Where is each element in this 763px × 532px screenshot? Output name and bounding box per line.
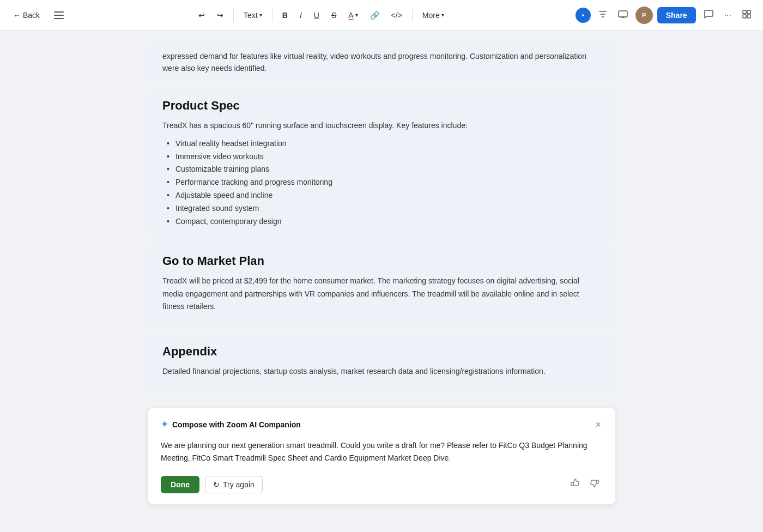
svg-rect-7 bbox=[747, 15, 750, 18]
list-item: Performance tracking and progress monito… bbox=[167, 176, 601, 189]
more-menu-button[interactable]: More ▾ bbox=[418, 8, 449, 23]
screen-share-icon bbox=[618, 10, 628, 20]
italic-button[interactable]: I bbox=[295, 8, 306, 23]
text-chevron-icon: ▾ bbox=[259, 12, 262, 18]
more-options-button[interactable]: ··· bbox=[721, 7, 735, 23]
thumbs-up-icon bbox=[570, 480, 580, 491]
ai-compose-header: ✦ Compose with Zoom AI Companion × bbox=[161, 419, 602, 431]
bold-button[interactable]: B bbox=[278, 8, 292, 23]
screen-share-button[interactable] bbox=[615, 7, 631, 23]
product-spec-block: Product Spec TreadX has a spacious 60" r… bbox=[147, 88, 616, 239]
share-label: Share bbox=[666, 11, 687, 20]
dot-symbol: • bbox=[582, 11, 584, 19]
product-spec-features-list: Virtual reality headset integration Imme… bbox=[162, 137, 601, 228]
appendix-title: Appendix bbox=[162, 344, 601, 359]
text-menu-label: Text bbox=[244, 11, 258, 20]
svg-rect-9 bbox=[596, 480, 598, 483]
list-item: Immersive video workouts bbox=[167, 150, 601, 164]
thumbs-up-button[interactable] bbox=[567, 475, 583, 493]
underline-button[interactable]: U bbox=[310, 8, 324, 23]
grid-view-button[interactable] bbox=[739, 7, 754, 24]
product-spec-description: TreadX has a spacious 60" running surfac… bbox=[162, 119, 601, 132]
appendix-block: Appendix Detailed financial projections,… bbox=[147, 334, 616, 394]
svg-rect-4 bbox=[743, 10, 746, 14]
strikethrough-label: S bbox=[331, 11, 336, 20]
ai-compose-actions: Done ↻ Try again bbox=[161, 475, 602, 493]
back-label: Back bbox=[23, 11, 40, 20]
go-to-market-block: Go to Market Plan TreadX will be priced … bbox=[147, 243, 616, 329]
document-container: expressed demand for features like virtu… bbox=[147, 41, 616, 510]
share-button[interactable]: Share bbox=[657, 7, 696, 23]
svg-rect-0 bbox=[54, 11, 64, 13]
divider-1 bbox=[233, 9, 234, 22]
ai-compose-widget: ✦ Compose with Zoom AI Companion × We ar… bbox=[147, 407, 616, 505]
ai-compose-prompt: We are planning our next generation smar… bbox=[161, 439, 602, 464]
user-avatar[interactable]: P bbox=[635, 7, 653, 24]
intro-block: expressed demand for features like virtu… bbox=[147, 41, 616, 83]
link-icon: 🔗 bbox=[370, 11, 379, 20]
done-label: Done bbox=[171, 480, 190, 489]
redo-icon: ↪ bbox=[217, 11, 223, 20]
list-item: Customizable training plans bbox=[167, 163, 601, 176]
svg-rect-1 bbox=[54, 15, 64, 16]
underline-label: U bbox=[314, 11, 319, 20]
ai-sparkle-icon: ✦ bbox=[161, 419, 168, 430]
svg-rect-5 bbox=[747, 10, 750, 14]
chat-button[interactable] bbox=[700, 7, 717, 24]
ai-feedback-area bbox=[567, 475, 602, 493]
main-content-area: expressed demand for features like virtu… bbox=[0, 31, 763, 532]
sidebar-toggle-button[interactable] bbox=[51, 8, 67, 22]
redo-button[interactable]: ↪ bbox=[213, 8, 228, 23]
svg-rect-6 bbox=[743, 15, 746, 18]
close-icon: × bbox=[595, 419, 601, 430]
filter-icon bbox=[598, 10, 607, 21]
undo-icon: ↩ bbox=[198, 11, 205, 20]
ai-compose-title-area: ✦ Compose with Zoom AI Companion bbox=[161, 419, 301, 430]
thumbs-down-button[interactable] bbox=[587, 475, 602, 493]
link-button[interactable]: 🔗 bbox=[366, 8, 384, 23]
divider-3 bbox=[412, 9, 413, 22]
font-color-button[interactable]: A ▾ bbox=[344, 8, 362, 23]
ai-try-again-button[interactable]: ↻ Try again bbox=[205, 476, 263, 493]
ai-compose-title-text: Compose with Zoom AI Companion bbox=[172, 420, 301, 429]
undo-button[interactable]: ↩ bbox=[194, 8, 209, 23]
go-to-market-description: TreadX will be priced at $2,499 for the … bbox=[162, 275, 601, 312]
svg-rect-2 bbox=[54, 18, 64, 19]
svg-rect-3 bbox=[619, 11, 627, 17]
chat-icon bbox=[704, 10, 713, 21]
ai-done-button[interactable]: Done bbox=[161, 476, 199, 493]
toolbar: ← Back ↩ ↪ Text ▾ B I U bbox=[0, 0, 763, 31]
avatar-placeholder: P bbox=[635, 7, 653, 24]
go-to-market-title: Go to Market Plan bbox=[162, 254, 601, 268]
appendix-description: Detailed financial projections, startup … bbox=[162, 365, 601, 378]
text-menu-button[interactable]: Text ▾ bbox=[239, 8, 267, 23]
ai-compose-close-button[interactable]: × bbox=[594, 419, 602, 431]
product-spec-title: Product Spec bbox=[162, 99, 601, 113]
notification-dot: • bbox=[576, 8, 591, 23]
toolbar-center: ↩ ↪ Text ▾ B I U S A ▾ 🔗 </> bbox=[71, 8, 571, 23]
more-chevron-icon: ▾ bbox=[441, 12, 444, 18]
font-color-label: A bbox=[348, 11, 353, 20]
try-again-label: Try again bbox=[223, 480, 255, 489]
more-menu-label: More bbox=[422, 11, 440, 20]
font-color-chevron: ▾ bbox=[355, 12, 358, 18]
intro-text: expressed demand for features like virtu… bbox=[162, 52, 586, 72]
code-button[interactable]: </> bbox=[387, 8, 407, 23]
list-item: Virtual reality headset integration bbox=[167, 137, 601, 150]
strikethrough-button[interactable]: S bbox=[327, 8, 341, 23]
grid-icon bbox=[742, 10, 751, 21]
thumbs-down-icon bbox=[589, 480, 600, 491]
toolbar-right: • P Share bbox=[576, 7, 754, 24]
ai-compose-actions-left: Done ↻ Try again bbox=[161, 476, 263, 493]
back-button[interactable]: ← Back bbox=[9, 9, 44, 22]
code-icon: </> bbox=[391, 11, 402, 20]
italic-label: I bbox=[300, 11, 302, 20]
refresh-icon: ↻ bbox=[213, 480, 220, 489]
back-arrow-icon: ← bbox=[13, 11, 21, 20]
bold-label: B bbox=[282, 11, 288, 20]
divider-2 bbox=[272, 9, 272, 22]
filter-button[interactable] bbox=[595, 7, 610, 24]
svg-rect-8 bbox=[571, 482, 573, 486]
toolbar-left: ← Back bbox=[9, 8, 67, 22]
list-item: Integrated sound system bbox=[167, 202, 601, 215]
